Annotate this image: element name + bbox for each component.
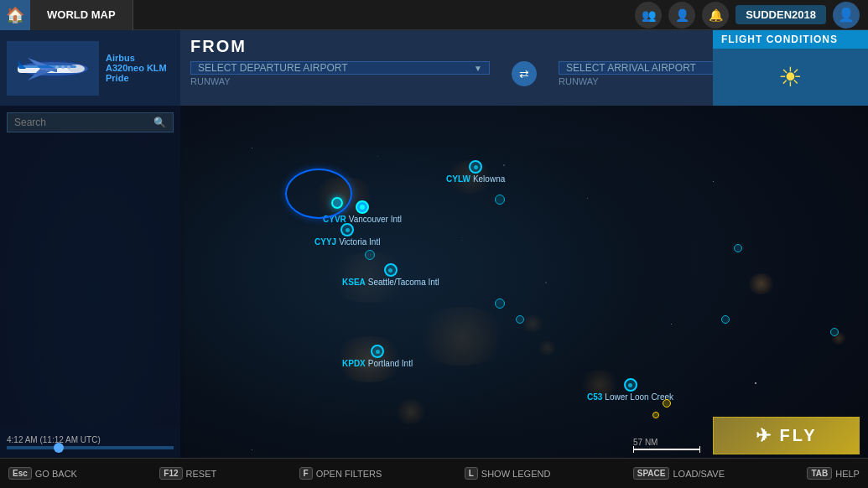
cyyj-code: CYYJ: [314, 237, 336, 247]
sunny-weather-icon: ☀: [778, 61, 803, 93]
conditions-header: FLIGHT CONDITIONS: [713, 30, 868, 49]
reset-button[interactable]: F12 RESET: [159, 467, 216, 480]
scale-bar: 57 NM: [633, 438, 700, 450]
airport-ksea[interactable]: KSEA Seattle/Tacoma Intl: [342, 263, 439, 287]
plane-image: [7, 41, 99, 96]
username-label: SUDDEN2018: [746, 8, 816, 21]
airport-cyyj-icon: [340, 223, 354, 236]
plane-info: Airbus A320neo KLM Pride: [99, 53, 174, 83]
top-bar-right: 👥 👤 🔔 SUDDEN2018 👤: [635, 2, 868, 29]
airport-dot-2[interactable]: [365, 250, 375, 260]
cylw-code: CYLW: [446, 174, 470, 184]
notification-icon-button[interactable]: 🔔: [702, 2, 729, 29]
search-icon[interactable]: 🔍: [153, 117, 166, 128]
bottom-bar: Esc GO BACK F12 RESET F OPEN FILTERS L S…: [0, 458, 868, 488]
reset-label: RESET: [186, 469, 217, 479]
airport-dot-6[interactable]: [734, 244, 742, 252]
time-slider-container: [7, 446, 174, 449]
fly-button[interactable]: ✈ FLY: [713, 417, 860, 454]
airport-cylw-icon: [469, 160, 482, 174]
show-legend-label: SHOW LEGEND: [481, 469, 551, 479]
profile-icon-button[interactable]: 👤: [668, 2, 695, 29]
airport-cylw[interactable]: CYLW Kelowna: [446, 160, 505, 184]
airport-c53[interactable]: C53 Lower Loon Creek: [587, 378, 673, 402]
search-input[interactable]: [14, 117, 153, 128]
departure-airport-dropdown[interactable]: SELECT DEPARTURE AIRPORT ▼: [190, 61, 490, 75]
svg-point-8: [55, 65, 59, 69]
top-bar: 🏠 WORLD MAP 👥 👤 🔔 SUDDEN2018 👤: [0, 0, 868, 30]
load-save-button[interactable]: SPACE LOAD/SAVE: [633, 467, 725, 480]
open-filters-label: OPEN FILTERS: [316, 469, 382, 479]
f-key: F: [299, 467, 313, 480]
cyyj-name: Victoria Intl: [339, 237, 380, 247]
airport-ksea-icon: [384, 263, 398, 277]
cyvr-selected-dot: [331, 197, 343, 209]
swap-center: ⇄: [503, 61, 545, 86]
airport-dot-1[interactable]: [495, 195, 505, 205]
departure-runway-label: RUNWAY: [190, 76, 490, 86]
flight-conditions-panel: FLIGHT CONDITIONS ☀: [713, 30, 868, 106]
top-bar-left: 🏠 WORLD MAP: [0, 0, 133, 30]
cylw-name: Kelowna: [473, 174, 505, 184]
load-save-label: LOAD/SAVE: [673, 469, 725, 479]
show-legend-button[interactable]: L SHOW LEGEND: [465, 467, 551, 480]
world-map-label: WORLD MAP: [47, 8, 116, 21]
space-key: SPACE: [633, 467, 670, 480]
search-bar: 🔍: [7, 112, 174, 132]
cyvr-code: CYVR: [323, 215, 346, 224]
l-key: L: [465, 467, 478, 480]
airport-dot-yellow-2[interactable]: [652, 412, 659, 418]
ksea-code: KSEA: [342, 278, 366, 287]
time-slider[interactable]: [7, 446, 174, 449]
c53-code: C53: [587, 392, 602, 402]
svg-point-10: [67, 65, 70, 69]
scale-label: 57 NM: [633, 438, 657, 447]
world-map-button[interactable]: WORLD MAP: [30, 0, 133, 30]
group-icon-button[interactable]: 👥: [635, 2, 662, 29]
fly-label: FLY: [780, 426, 818, 445]
svg-point-9: [61, 65, 65, 69]
go-back-button[interactable]: Esc GO BACK: [8, 467, 77, 480]
kpdx-code: KPDX: [342, 359, 366, 368]
plane-name: Airbus A320neo KLM Pride: [106, 53, 174, 83]
f12-key: F12: [159, 467, 182, 480]
from-section: FROM: [190, 37, 524, 56]
esc-key: Esc: [8, 467, 32, 480]
airport-kpdx[interactable]: KPDX Portland Intl: [342, 345, 413, 368]
plane-model: A320neo KLM Pride: [106, 63, 167, 83]
airport-kpdx-icon: [371, 345, 384, 358]
open-filters-button[interactable]: F OPEN FILTERS: [299, 467, 382, 480]
airport-dot-3[interactable]: [495, 299, 505, 309]
go-back-label: GO BACK: [35, 469, 77, 479]
airport-dot-7[interactable]: [721, 315, 730, 324]
help-button[interactable]: TAB HELP: [807, 467, 860, 480]
airport-cyyj[interactable]: CYYJ Victoria Intl: [314, 223, 380, 247]
airport-dot-8[interactable]: [830, 328, 839, 336]
conditions-content: ☀: [713, 49, 868, 106]
user-avatar[interactable]: 👤: [833, 2, 860, 29]
departure-dropdown-arrow: ▼: [474, 64, 482, 73]
kpdx-name: Portland Intl: [368, 359, 413, 368]
airport-c53-icon: [624, 378, 637, 392]
scale-line: [633, 449, 700, 450]
airport-dot-yellow-1[interactable]: [663, 399, 671, 408]
swap-icon: ⇄: [519, 67, 529, 80]
airport-dot-4[interactable]: [516, 315, 524, 324]
plane-name-prefix: Airbus: [106, 53, 135, 63]
username-badge[interactable]: SUDDEN2018: [735, 5, 826, 24]
help-label: HELP: [835, 469, 860, 479]
arrival-airport-placeholder: SELECT ARRIVAL AIRPORT: [566, 62, 696, 74]
conditions-header-label: FLIGHT CONDITIONS: [721, 34, 838, 45]
fly-plane-icon: ✈: [756, 425, 773, 447]
flight-panel: Airbus A320neo KLM Pride: [0, 30, 180, 106]
airport-cyvr-icon: [356, 200, 369, 214]
tab-key: TAB: [807, 467, 832, 480]
time-section: 4:12 AM (11:12 AM UTC): [0, 426, 180, 458]
ksea-name: Seattle/Tacoma Intl: [368, 278, 439, 287]
departure-airport-placeholder: SELECT DEPARTURE AIRPORT: [198, 62, 348, 74]
home-button[interactable]: 🏠: [0, 0, 30, 30]
swap-airports-button[interactable]: ⇄: [512, 61, 537, 86]
from-label: FROM: [190, 37, 247, 55]
